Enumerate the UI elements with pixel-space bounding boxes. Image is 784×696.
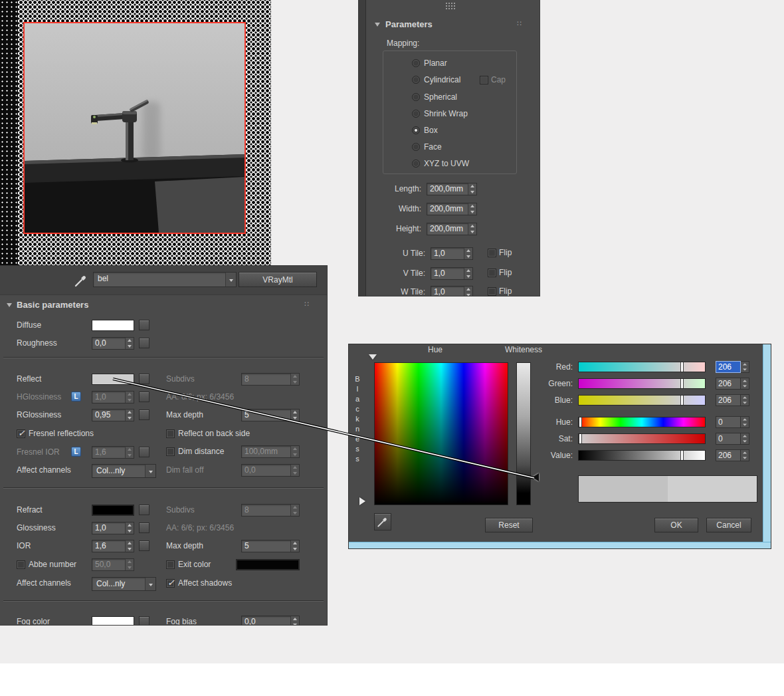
refract-subdivs-spinner[interactable]: 8 bbox=[241, 504, 300, 517]
blue-value-field[interactable]: 206 bbox=[716, 394, 741, 406]
reflect-affect-channels-dropdown[interactable]: Col...nly bbox=[92, 464, 156, 478]
spinner-arrows-icon[interactable] bbox=[125, 392, 134, 403]
radio-box[interactable] bbox=[412, 126, 420, 134]
ok-button[interactable]: OK bbox=[654, 518, 698, 532]
refract-glossiness-map-button[interactable] bbox=[139, 522, 149, 533]
radio-spherical-label[interactable]: Spherical bbox=[424, 92, 457, 102]
refract-color-swatch[interactable] bbox=[92, 505, 134, 516]
fog-color-swatch[interactable] bbox=[92, 616, 134, 625]
refract-affect-channels-dropdown[interactable]: Col...nly bbox=[92, 577, 156, 591]
value-value-field[interactable]: 206 bbox=[716, 449, 741, 461]
hglossiness-lock-button[interactable]: L bbox=[71, 392, 81, 402]
radio-cylindrical-label[interactable]: Cylindrical bbox=[424, 75, 460, 84]
spinner-arrows-icon[interactable] bbox=[290, 409, 299, 421]
abbe-number-checkbox[interactable] bbox=[17, 560, 25, 569]
spinner-arrows-icon[interactable] bbox=[290, 446, 299, 457]
spinner-arrows-icon[interactable] bbox=[468, 203, 476, 215]
u-tile-spinner[interactable]: 1,0 bbox=[431, 247, 473, 260]
slider-marker[interactable] bbox=[681, 379, 683, 388]
diffuse-color-swatch[interactable] bbox=[92, 320, 134, 331]
red-slider[interactable] bbox=[578, 362, 706, 372]
roughness-spinner[interactable]: 0,0 bbox=[92, 337, 134, 350]
dim-distance-spinner[interactable]: 100,0mm bbox=[241, 445, 300, 458]
whiteness-marker-icon[interactable] bbox=[532, 473, 539, 481]
eyedropper-icon[interactable] bbox=[73, 273, 89, 290]
hue-blackness-gradient[interactable] bbox=[374, 362, 508, 505]
spinner-arrows-icon[interactable] bbox=[468, 183, 476, 195]
height-spinner[interactable]: 200,0mm bbox=[427, 223, 477, 235]
radio-spherical[interactable] bbox=[412, 93, 420, 101]
rollout-collapse-icon[interactable] bbox=[7, 303, 12, 307]
reflect-max-depth-spinner[interactable]: 5 bbox=[241, 409, 300, 421]
hglossiness-map-button[interactable] bbox=[139, 392, 149, 402]
reset-button[interactable]: Reset bbox=[485, 518, 533, 532]
reflect-color-swatch[interactable] bbox=[92, 374, 134, 385]
sat-value-field[interactable]: 0 bbox=[716, 433, 741, 445]
radio-shrink-wrap-label[interactable]: Shrink Wrap bbox=[424, 109, 468, 118]
slider-marker[interactable] bbox=[579, 434, 581, 443]
reflect-subdivs-spinner[interactable]: 8 bbox=[241, 373, 300, 386]
radio-box-label[interactable]: Box bbox=[424, 126, 438, 135]
fresnel-ior-lock-button[interactable]: L bbox=[71, 447, 81, 457]
radio-planar[interactable] bbox=[412, 59, 420, 67]
exit-color-swatch[interactable] bbox=[236, 559, 300, 570]
dropdown-arrow-icon[interactable] bbox=[145, 465, 155, 477]
dim-falloff-spinner[interactable]: 0,0 bbox=[241, 464, 300, 477]
slider-marker[interactable] bbox=[681, 362, 683, 372]
radio-xyz-to-uvw-label[interactable]: XYZ to UVW bbox=[424, 159, 469, 168]
fresnel-reflections-checkbox[interactable] bbox=[17, 429, 25, 438]
spinner-arrows-icon[interactable] bbox=[290, 540, 299, 552]
hue-value-field[interactable]: 0 bbox=[716, 416, 741, 428]
cancel-button[interactable]: Cancel bbox=[706, 518, 751, 532]
slider-marker[interactable] bbox=[681, 396, 683, 405]
radio-xyz-to-uvw[interactable] bbox=[412, 160, 420, 168]
value-slider[interactable] bbox=[578, 450, 706, 461]
hue-slider[interactable] bbox=[578, 417, 706, 427]
v-tile-spinner[interactable]: 1,0 bbox=[431, 267, 473, 280]
width-spinner[interactable]: 200,0mm bbox=[427, 203, 477, 215]
spinner-arrows-icon[interactable] bbox=[464, 268, 472, 279]
exit-color-checkbox[interactable] bbox=[166, 560, 175, 569]
spinner-arrows-icon[interactable] bbox=[464, 287, 472, 296]
abbe-number-spinner[interactable]: 50,0 bbox=[92, 558, 134, 571]
u-flip-checkbox[interactable] bbox=[488, 249, 496, 257]
radio-face[interactable] bbox=[412, 143, 420, 151]
blackness-marker-icon[interactable] bbox=[359, 497, 365, 505]
eyedropper-button[interactable] bbox=[374, 513, 391, 530]
spinner-arrows-icon[interactable] bbox=[125, 409, 134, 421]
hue-marker-icon[interactable] bbox=[369, 354, 377, 360]
spinner-arrows-icon[interactable] bbox=[741, 378, 749, 390]
fresnel-ior-map-button[interactable] bbox=[139, 447, 149, 457]
spinner-arrows-icon[interactable] bbox=[125, 540, 134, 552]
refract-max-depth-spinner[interactable]: 5 bbox=[241, 540, 300, 552]
spinner-arrows-icon[interactable] bbox=[741, 394, 749, 406]
rollout-collapse-icon[interactable] bbox=[375, 23, 380, 27]
sat-slider[interactable] bbox=[578, 433, 706, 444]
spinner-arrows-icon[interactable] bbox=[290, 374, 299, 385]
diffuse-map-button[interactable] bbox=[139, 320, 149, 330]
affect-shadows-checkbox[interactable] bbox=[166, 579, 175, 588]
slider-marker[interactable] bbox=[681, 451, 683, 460]
red-value-field[interactable]: 206 bbox=[716, 361, 741, 373]
material-name-dropdown[interactable]: bel bbox=[93, 272, 237, 287]
panel-grip-icon[interactable] bbox=[445, 2, 456, 9]
green-slider[interactable] bbox=[578, 378, 706, 389]
radio-shrink-wrap[interactable] bbox=[412, 110, 420, 118]
spinner-arrows-icon[interactable] bbox=[468, 223, 476, 235]
refract-glossiness-spinner[interactable]: 1,0 bbox=[92, 522, 134, 534]
slider-marker[interactable] bbox=[579, 417, 581, 427]
v-flip-checkbox[interactable] bbox=[488, 269, 496, 277]
spinner-arrows-icon[interactable] bbox=[125, 559, 134, 570]
cap-checkbox[interactable] bbox=[480, 76, 488, 84]
spinner-arrows-icon[interactable] bbox=[125, 522, 134, 534]
refract-map-button[interactable] bbox=[139, 505, 149, 515]
radio-face-label[interactable]: Face bbox=[424, 142, 442, 152]
dropdown-arrow-icon[interactable] bbox=[145, 578, 155, 590]
ior-spinner[interactable]: 1,6 bbox=[92, 540, 134, 552]
hglossiness-spinner[interactable]: 1,0 bbox=[92, 391, 134, 404]
basic-parameters-title[interactable]: Basic parameters bbox=[17, 300, 88, 310]
spinner-arrows-icon[interactable] bbox=[464, 248, 472, 259]
spinner-arrows-icon[interactable] bbox=[741, 449, 749, 461]
spinner-arrows-icon[interactable] bbox=[741, 433, 749, 445]
spinner-arrows-icon[interactable] bbox=[741, 361, 749, 373]
